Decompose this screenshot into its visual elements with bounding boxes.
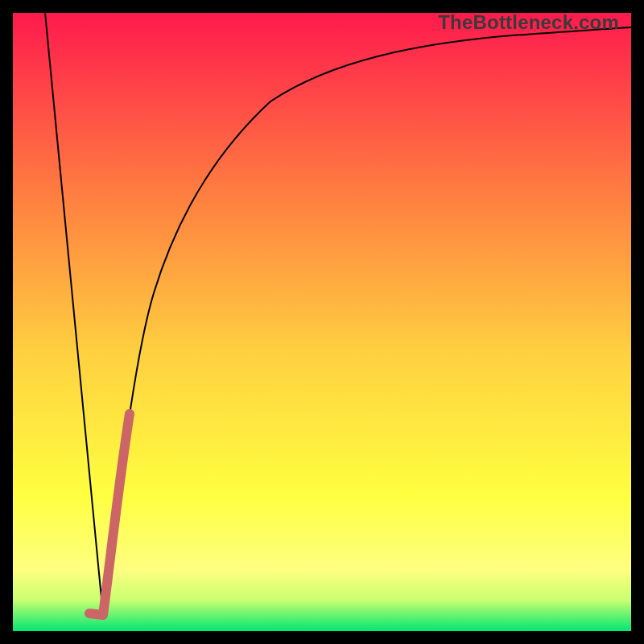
- chart-svg: [13, 13, 631, 631]
- gradient-background: [13, 13, 631, 631]
- watermark-text: TheBottleneck.com: [438, 11, 619, 34]
- chart-frame: TheBottleneck.com: [13, 13, 631, 631]
